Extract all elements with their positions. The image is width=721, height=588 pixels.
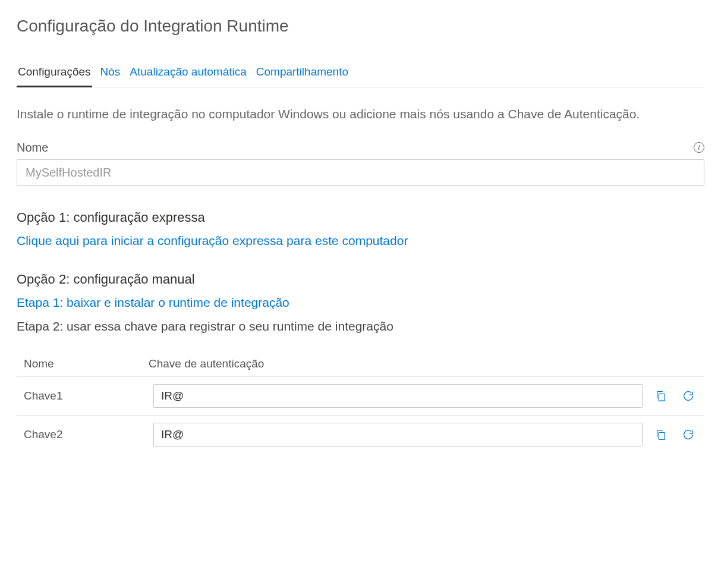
express-setup-link[interactable]: Clique aqui para iniciar a configuração … [17,234,408,248]
option1-heading: Opção 1: configuração expressa [17,210,704,225]
tab-configuracoes[interactable]: Configurações [17,61,92,87]
info-icon[interactable]: i [694,142,704,153]
tab-atualizacao-automatica[interactable]: Atualização automática [128,61,247,87]
tab-compartilhamento[interactable]: Compartilhamento [255,61,350,87]
name-input[interactable] [17,159,704,186]
option2-heading: Opção 2: configuração manual [17,272,704,287]
name-label: Nome [17,141,48,155]
copy-icon[interactable] [652,387,670,405]
key1-name: Chave1 [24,389,149,403]
header-key: Chave de autenticação [149,357,697,370]
download-install-link[interactable]: Etapa 1: baixar e instalar o runtime de … [17,295,289,310]
svg-rect-0 [659,394,665,401]
key1-input[interactable] [153,384,643,408]
key2-name: Chave2 [24,428,149,441]
refresh-icon[interactable] [679,426,697,444]
key2-input[interactable] [153,423,643,446]
description-text: Instale o runtime de integração no compu… [17,104,704,124]
page-title: Configuração do Integration Runtime [17,17,704,36]
name-field-block: Nome i [17,141,704,186]
tab-nos[interactable]: Nós [99,61,122,87]
step2-text: Etapa 2: usar essa chave para registrar … [17,319,704,334]
key-row-1: Chave1 [17,376,704,415]
key-row-2: Chave2 [17,415,704,454]
svg-rect-1 [659,432,665,439]
tabs: Configurações Nós Atualização automática… [17,61,704,87]
header-name: Nome [24,357,149,370]
key-table: Nome Chave de autenticação Chave1 Chave2 [17,351,704,454]
refresh-icon[interactable] [679,387,697,405]
key-table-header: Nome Chave de autenticação [17,351,704,376]
copy-icon[interactable] [652,426,670,444]
